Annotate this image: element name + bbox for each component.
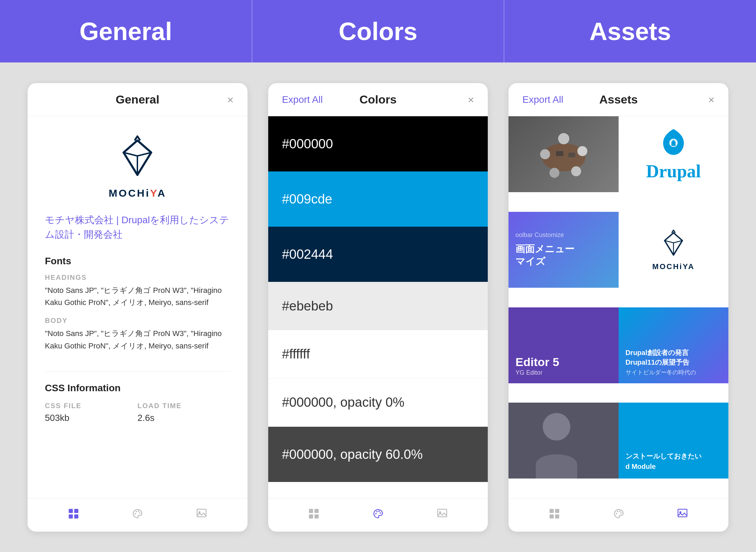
drupal-article-sub: サイトビルダー冬の時代の [626, 368, 721, 376]
color-label-black-opacity: #000000, opacity 60.0% [282, 447, 423, 462]
svg-point-10 [139, 512, 140, 514]
colors-export-button[interactable]: Export All [282, 94, 323, 105]
asset-editor-image[interactable]: Editor 5 YG Editor [508, 307, 618, 383]
header-general-title: General [79, 17, 172, 46]
colors-panel: Export All Colors × #000000 #009cde #002… [268, 83, 488, 532]
svg-rect-40 [555, 514, 559, 519]
svg-rect-15 [309, 514, 313, 519]
general-content: MOCHiYA モチヤ株式会社 | Drupalを利用したシステム設計・開発会社… [28, 116, 248, 434]
svg-rect-4 [74, 509, 78, 513]
assets-nav-assets-icon[interactable] [677, 508, 688, 522]
color-swatch-white[interactable]: #ffffff [268, 330, 488, 378]
svg-rect-29 [556, 151, 563, 156]
svg-point-26 [577, 146, 587, 156]
general-nav-general-icon[interactable] [68, 508, 79, 522]
color-label-darkblue: #002444 [282, 247, 333, 262]
svg-point-27 [549, 168, 559, 178]
asset-toolbar-image[interactable]: oolbar Customize 画面メニューマイズ [508, 212, 618, 288]
asset-drupal-article-image[interactable]: Drupal創設者の発言Drupal11の展望予告 サイトビルダー冬の時代の [619, 307, 728, 383]
svg-point-24 [558, 133, 569, 144]
svg-marker-1 [124, 140, 151, 156]
svg-point-8 [136, 511, 137, 512]
svg-point-42 [617, 511, 618, 512]
svg-point-17 [375, 513, 377, 514]
svg-rect-38 [555, 509, 559, 513]
color-label-cyan: #009cde [282, 192, 332, 207]
asset-mochiya-logo-image[interactable]: MOCHiYA [619, 212, 728, 288]
assets-panel-body: Drupal oolbar Customize 画面メニューマイズ MOCHi [508, 116, 728, 498]
divider [45, 371, 230, 372]
colors-nav-colors-icon[interactable] [372, 508, 384, 522]
assets-nav-colors-icon[interactable] [613, 508, 624, 522]
fonts-section-title: Fonts [45, 256, 230, 267]
assets-nav-general-icon[interactable] [549, 508, 560, 522]
svg-rect-11 [197, 509, 206, 517]
color-swatch-black[interactable]: #000000 [268, 116, 488, 171]
color-label-black: #000000 [282, 137, 333, 151]
color-swatch-lightgray[interactable]: #ebebeb [268, 282, 488, 330]
colors-panel-body: #000000 #009cde #002444 #ebebeb #ffffff … [268, 116, 488, 498]
color-swatch-darkblue[interactable]: #002444 [268, 227, 488, 282]
css-file-value: 503kb [45, 413, 137, 423]
color-swatch-cyan[interactable]: #009cde [268, 171, 488, 227]
asset-team-photo[interactable] [508, 116, 618, 192]
load-time-label: LOAD TIME [137, 402, 230, 410]
header-assets-title: Assets [590, 17, 671, 46]
css-info-grid: CSS FILE 503kb LOAD TIME 2.6s [45, 402, 230, 423]
assets-close-button[interactable]: × [708, 94, 715, 105]
asset-person-photo[interactable] [508, 403, 618, 479]
general-close-button[interactable]: × [227, 94, 234, 105]
svg-point-28 [571, 166, 581, 176]
body-value: "Noto Sans JP", "ヒラギノ角ゴ ProN W3", "Hirag… [45, 327, 230, 352]
general-nav-colors-icon[interactable] [132, 508, 143, 522]
general-panel-title: General [116, 93, 159, 106]
svg-point-41 [616, 513, 617, 514]
css-file-col: CSS FILE 503kb [45, 402, 137, 423]
header-assets-section: Assets [504, 0, 756, 62]
mochiya-logo-icon [113, 134, 162, 182]
mochiya-asset-icon [658, 228, 689, 259]
svg-point-25 [540, 149, 550, 159]
headings-value: "Noto Sans JP", "ヒラギノ角ゴ ProN W3", "Hirag… [45, 284, 230, 308]
svg-point-18 [376, 511, 378, 512]
colors-nav-assets-icon[interactable] [437, 508, 448, 522]
general-logo-area: MOCHiYA [45, 134, 230, 199]
asset-module-image[interactable]: ンストールしておきたいd Module [619, 403, 728, 479]
colors-close-button[interactable]: × [468, 94, 474, 105]
colors-nav-general-icon[interactable] [308, 508, 319, 522]
header: General Colors Assets [0, 0, 756, 62]
svg-rect-45 [678, 509, 687, 517]
svg-rect-13 [309, 509, 313, 513]
colors-panel-title: Colors [359, 93, 397, 106]
svg-rect-6 [74, 514, 78, 519]
css-file-label: CSS FILE [45, 402, 137, 410]
toolbar-title: 画面メニューマイズ [515, 243, 611, 268]
assets-panel: Export All Assets × [508, 83, 728, 532]
assets-panel-header: Export All Assets × [508, 83, 728, 116]
svg-rect-3 [69, 509, 73, 513]
general-nav-assets-icon[interactable] [196, 508, 207, 522]
color-swatch-black-opacity[interactable]: #000000, opacity 60.0% [268, 427, 488, 482]
site-link[interactable]: モチヤ株式会社 | Drupalを利用したシステム設計・開発会社 [45, 213, 230, 242]
svg-rect-39 [550, 514, 554, 519]
color-label-lightgray: #ebebeb [282, 299, 333, 314]
svg-point-36 [543, 413, 571, 441]
svg-rect-30 [568, 153, 575, 158]
svg-rect-14 [314, 509, 319, 513]
header-colors-section: Colors [252, 0, 505, 62]
svg-point-7 [135, 513, 136, 514]
css-info-title: CSS Information [45, 383, 230, 394]
general-panel-body: MOCHiYA モチヤ株式会社 | Drupalを利用したシステム設計・開発会社… [28, 116, 248, 498]
svg-point-9 [138, 511, 139, 512]
module-title: ンストールしておきたいd Module [626, 451, 721, 472]
svg-marker-33 [665, 233, 682, 243]
headings-label: HEADINGS [45, 274, 230, 282]
svg-rect-5 [69, 514, 73, 519]
asset-drupal-logo[interactable]: Drupal [619, 116, 728, 192]
load-time-value: 2.6s [137, 413, 230, 423]
color-swatch-transparent[interactable]: #000000, opacity 0% [268, 378, 488, 427]
svg-point-19 [378, 511, 380, 512]
color-label-transparent: #000000, opacity 0% [282, 395, 405, 410]
assets-export-button[interactable]: Export All [522, 94, 563, 105]
drupal-article-title: Drupal創設者の発言Drupal11の展望予告 [626, 348, 721, 367]
